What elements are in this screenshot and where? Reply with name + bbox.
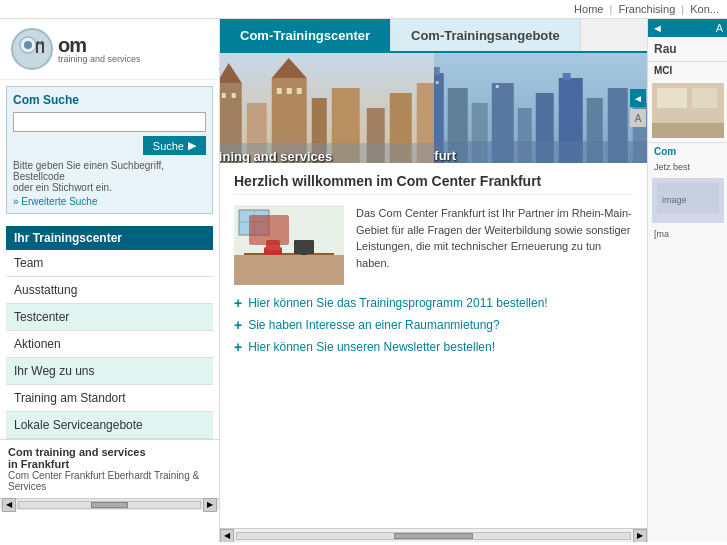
right-panel-subtitle: MCI: [648, 62, 727, 79]
sidebar-bottom: Com training and services in Frankfurt C…: [0, 439, 219, 498]
right-panel-img2-svg: image: [652, 178, 724, 223]
search-section: Com Suche Suche ▶ Bitte geben Sie einen …: [6, 86, 213, 214]
svg-rect-34: [562, 73, 570, 80]
sidebar-item-testcenter[interactable]: Testcenter: [6, 304, 213, 331]
sidebar-item-label: Training am Standort: [14, 391, 126, 405]
sep1: |: [609, 3, 612, 15]
sidebar-item-training-standort[interactable]: Training am Standort: [6, 385, 213, 412]
hero-image-left: Com training and services: [220, 53, 434, 163]
brand-name: om: [58, 34, 86, 56]
svg-rect-18: [277, 88, 282, 94]
sidebar: om training and services Com Suche Suche…: [0, 19, 220, 542]
sidebar-item-aktionen[interactable]: Aktionen: [6, 331, 213, 358]
sidebar-scrollbar[interactable]: ◀ ▶: [0, 498, 219, 510]
scroll-thumb: [91, 502, 127, 508]
svg-rect-55: [266, 240, 280, 250]
svg-rect-56: [294, 240, 314, 254]
scroll-left-btn[interactable]: ◀: [2, 498, 16, 512]
tabs-row: Com-Trainingscenter Com-Trainingsangebot…: [220, 19, 647, 53]
link-trainingsprogramm[interactable]: Hier können Sie das Trainingsprogramm 20…: [248, 296, 548, 310]
svg-rect-52: [249, 258, 252, 278]
kontakt-link[interactable]: Kon...: [690, 3, 719, 15]
hero-left-svg: Com training and services: [220, 53, 434, 163]
svg-rect-27: [434, 67, 440, 75]
svg-rect-43: [434, 141, 648, 163]
room-image-svg: [234, 205, 344, 285]
svg-rect-57: [302, 254, 306, 257]
link-plus-icon-2: +: [234, 317, 242, 333]
svg-rect-17: [232, 93, 236, 98]
sidebar-item-label: Aktionen: [14, 337, 61, 351]
hero-navigation: ◄ A: [629, 53, 647, 163]
hero-right-svg: in Frankfurt: [434, 53, 648, 163]
search-input[interactable]: [13, 112, 206, 132]
sidebar-item-label: Team: [14, 256, 43, 270]
right-panel-image-2: image: [652, 178, 724, 223]
sidebar-item-label: Testcenter: [14, 310, 69, 324]
search-button[interactable]: Suche ▶: [143, 136, 206, 155]
sidebar-item-team[interactable]: Team: [6, 250, 213, 277]
search-button-label: Suche: [153, 140, 184, 152]
trainingcenter-header: Ihr Trainingscenter: [6, 226, 213, 250]
sidebar-bottom-text-line2: Services: [8, 481, 46, 492]
logo-icon: [10, 27, 54, 71]
trainingcenter-section: Ihr Trainingscenter Team Ausstattung Tes…: [6, 226, 213, 439]
welcome-section: Herzlich willkommen im Com Center Frankf…: [220, 163, 647, 528]
svg-rect-47: [234, 260, 344, 285]
scroll-track: [18, 501, 201, 509]
tab-label: Com-Trainingsangebote: [411, 28, 560, 43]
svg-rect-59: [657, 88, 687, 108]
sidebar-bottom-title: Com training and services in Frankfurt: [8, 446, 211, 470]
right-panel-arrow-left[interactable]: ◄: [652, 22, 663, 34]
scroll-left-btn[interactable]: ◀: [220, 529, 234, 543]
right-panel-mail: [ma: [648, 227, 727, 241]
hero-area: Com training and services: [220, 53, 647, 163]
sidebar-bottom-title-line1: Com training and services: [8, 446, 146, 458]
link-plus-icon-3: +: [234, 339, 242, 355]
hero-arrow-right[interactable]: A: [630, 109, 646, 127]
search-hint-line1: Bitte geben Sie einen Suchbegriff, Beste…: [13, 160, 164, 182]
svg-rect-53: [326, 258, 329, 278]
svg-point-2: [24, 41, 32, 49]
bottom-scrollbar[interactable]: ◀ ▶: [220, 528, 647, 542]
svg-text:image: image: [662, 195, 687, 205]
home-link[interactable]: Home: [574, 3, 603, 15]
svg-rect-19: [287, 88, 292, 94]
main-layout: om training and services Com Suche Suche…: [0, 19, 727, 542]
tab-trainingscenter[interactable]: Com-Trainingscenter: [220, 19, 391, 51]
tab-trainingsangebote[interactable]: Com-Trainingsangebote: [391, 19, 581, 51]
scroll-right-btn[interactable]: ▶: [633, 529, 647, 543]
search-hint: Bitte geben Sie einen Suchbegriff, Beste…: [13, 160, 206, 193]
erweiterte-suche-link[interactable]: » Erweiterte Suche: [13, 196, 206, 207]
right-panel-img-svg: [652, 83, 724, 138]
main-content: Com-Trainingscenter Com-Trainingsangebot…: [220, 19, 647, 542]
svg-rect-61: [652, 123, 724, 138]
svg-text:in Frankfurt: in Frankfurt: [434, 148, 457, 163]
sidebar-item-lokale-service[interactable]: Lokale Serviceangebote: [6, 412, 213, 439]
sidebar-item-ausstattung[interactable]: Ausstattung: [6, 277, 213, 304]
top-navigation: Home | Franchising | Kon...: [0, 0, 727, 19]
svg-text:Com training and services: Com training and services: [220, 149, 332, 163]
sidebar-item-label: Ihr Weg zu uns: [14, 364, 94, 378]
sidebar-bottom-text: Com Center Frankfurt Eberhardt Training …: [8, 470, 211, 492]
link-raumanmietung[interactable]: Sie haben Interesse an einer Raumanmietu…: [248, 318, 500, 332]
link-row-2: + Sie haben Interesse an einer Raumanmie…: [234, 317, 633, 333]
svg-rect-42: [495, 85, 498, 88]
scroll-right-btn[interactable]: ▶: [203, 498, 217, 512]
search-hint-line2: oder ein Stichwort ein.: [13, 182, 112, 193]
svg-rect-20: [297, 88, 302, 94]
sidebar-item-ihr-weg[interactable]: Ihr Weg zu uns: [6, 358, 213, 385]
scroll-track-main: [236, 532, 631, 540]
sidebar-item-label: Lokale Serviceangebote: [14, 418, 143, 432]
right-panel-label: A: [716, 22, 723, 34]
sep2: |: [681, 3, 684, 15]
search-title: Com Suche: [13, 93, 206, 107]
franchising-link[interactable]: Franchising: [618, 3, 675, 15]
hero-arrow-left[interactable]: ◄: [630, 89, 646, 107]
link-row-1: + Hier können Sie das Trainingsprogramm …: [234, 295, 633, 311]
sidebar-bottom-text-line1: Com Center Frankfurt Eberhardt Training …: [8, 470, 199, 481]
link-plus-icon-1: +: [234, 295, 242, 311]
welcome-inner: Das Com Center Frankfurt ist Ihr Partner…: [234, 205, 633, 285]
link-newsletter[interactable]: Hier können Sie unseren Newsletter beste…: [248, 340, 495, 354]
logo-text: om training and services: [58, 34, 141, 64]
